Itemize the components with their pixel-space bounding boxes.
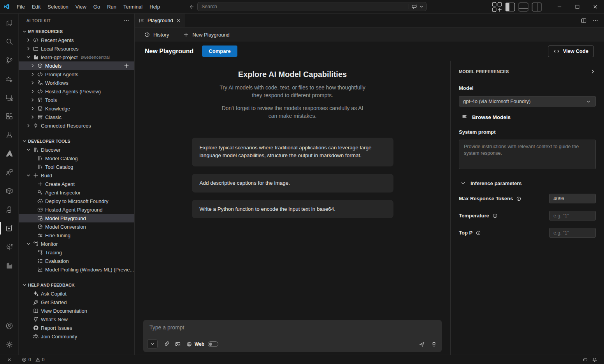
compare-button[interactable]: Compare [202, 46, 237, 57]
activity-files[interactable] [0, 14, 19, 32]
tree-item-deploy-to-microsoft-foundry[interactable]: Deploy to Microsoft Foundry [19, 197, 134, 205]
activity-gear-circuit[interactable] [0, 238, 19, 256]
history-button[interactable]: History [144, 32, 169, 38]
tree-item-tracing[interactable]: Tracing [19, 248, 134, 257]
tree-item-tools[interactable]: Tools [19, 96, 134, 104]
close-window-button[interactable] [586, 0, 604, 14]
web-toggle-switch[interactable] [208, 341, 218, 347]
tree-item-model-catalog[interactable]: Model Catalog [19, 154, 134, 163]
tree-item-agent-inspector[interactable]: Agent Inspector [19, 188, 134, 197]
activity-beaker[interactable] [0, 126, 19, 144]
tree-item-hosted-agent-playground[interactable]: Hosted Agent Playground [19, 205, 134, 214]
section-my-resources[interactable]: MY RESOURCES [19, 27, 134, 36]
add-model-icon[interactable] [123, 63, 130, 69]
notifications-bell[interactable] [590, 355, 599, 364]
toggle-panel-icon[interactable] [517, 0, 530, 14]
split-editor-icon[interactable] [581, 18, 587, 24]
suggestion-card-2[interactable]: Add descriptive captions for the image. [192, 174, 393, 192]
menu-view[interactable]: View [72, 2, 90, 12]
tree-item-ask-copilot[interactable]: Ask Copilot [19, 289, 134, 298]
clear-prompt-icon[interactable] [431, 341, 437, 347]
param-temperature-input[interactable]: e.g. "1" [549, 211, 596, 220]
editor-more-actions-icon[interactable] [592, 18, 599, 24]
copilot-chat-button[interactable] [411, 4, 424, 10]
tree-item-workflows[interactable]: Workflows [19, 79, 134, 87]
activity-extensions[interactable] [0, 107, 19, 126]
activity-python[interactable] [0, 200, 19, 219]
param-top-p-input[interactable]: e.g. "1" [549, 228, 596, 238]
close-tab-icon[interactable] [176, 18, 181, 23]
section-developer-tools[interactable]: DEVELOPER TOOLS [19, 137, 134, 145]
tree-item-create-agent[interactable]: Create Agent [19, 180, 134, 188]
activity-remote[interactable] [0, 88, 19, 107]
menu-terminal[interactable]: Terminal [120, 2, 146, 12]
tree-item-discover[interactable]: Discover [19, 145, 134, 154]
tree-item-monitor[interactable]: Monitor [19, 240, 134, 248]
tree-item-hosted-agents-preview[interactable]: Hosted Agents (Preview) [19, 87, 134, 96]
toggle-secondary-sidebar-icon[interactable] [530, 0, 543, 14]
copilot-status[interactable] [581, 355, 590, 364]
browse-models-button[interactable]: Browse Models [459, 114, 596, 120]
tree-item-model-conversion[interactable]: Model Conversion [19, 222, 134, 231]
tab-playground[interactable]: Playground [135, 14, 185, 27]
tree-item-build[interactable]: Build [19, 171, 134, 180]
activity-search[interactable] [0, 32, 19, 51]
attach-image-icon[interactable] [175, 341, 181, 347]
tree-item-fine-tuning[interactable]: Fine-tuning [19, 231, 134, 240]
tree-item-model-profiling-windows-ml-previe[interactable]: Model Profiling (Windows ML) (Previe... [19, 265, 134, 274]
menu-edit[interactable]: Edit [28, 2, 44, 12]
minimize-button[interactable] [550, 0, 568, 14]
param-max-response-tokens-input[interactable]: 4096 [549, 194, 596, 203]
tree-item-join-community[interactable]: Join Community [19, 332, 134, 341]
activity-account[interactable] [0, 317, 19, 335]
system-prompt-textarea[interactable]: Provide instructions with relevant conte… [459, 140, 596, 169]
activity-container[interactable] [0, 182, 19, 200]
tree-item-evaluation[interactable]: Evaluation [19, 257, 134, 265]
menu-selection[interactable]: Selection [44, 2, 72, 12]
tree-item-prompt-agents[interactable]: Prompt Agents [19, 70, 134, 79]
menu-file[interactable]: File [13, 2, 28, 12]
menu-go[interactable]: Go [90, 2, 104, 12]
problems-indicator[interactable]: 0 0 [19, 355, 46, 364]
tree-item-connected-resources[interactable]: Connected Resources [19, 121, 134, 130]
tree-item-recent-agents[interactable]: Recent Agents [19, 36, 134, 44]
tree-item-learn-gpt-project[interactable]: learn-gpt-projectswedencentral [19, 53, 134, 61]
attach-file-icon[interactable] [163, 341, 170, 347]
more-actions-icon[interactable] [123, 18, 130, 24]
prompt-box[interactable]: Type a prompt Web [143, 320, 442, 352]
model-select[interactable]: gpt-4o (via Microsoft Foundry) [459, 96, 596, 107]
activity-azure[interactable] [0, 144, 19, 163]
tree-item-model-playground[interactable]: Model Playground [19, 214, 134, 222]
new-playground-button[interactable]: New Playground [183, 32, 229, 38]
tree-item-view-documentation[interactable]: View Documentation [19, 306, 134, 315]
tree-item-tool-catalog[interactable]: Tool Catalog [19, 163, 134, 171]
section-help-and-feedback[interactable]: HELP AND FEEDBACK [19, 281, 134, 289]
toggle-primary-sidebar-icon[interactable] [504, 0, 517, 14]
suggestion-card-1[interactable]: Explore typical scenarios where traditio… [192, 138, 393, 166]
command-center-search[interactable]: Search [197, 2, 427, 11]
menu-help[interactable]: Help [146, 2, 163, 12]
send-prompt-icon[interactable] [419, 341, 425, 347]
activity-debug[interactable] [0, 70, 19, 88]
activity-ai-toolkit[interactable] [0, 219, 19, 238]
activity-foundry-flag[interactable] [0, 256, 19, 275]
view-code-button[interactable]: View Code [548, 46, 594, 57]
collapse-panel-icon[interactable] [590, 68, 596, 75]
suggestion-card-3[interactable]: Write a Python function to encode the in… [192, 200, 393, 219]
tree-item-what-s-new[interactable]: What's New [19, 315, 134, 324]
prompt-type-dropdown[interactable] [147, 340, 158, 348]
tree-item-models[interactable]: Models [19, 61, 134, 70]
activity-settings-gear[interactable] [0, 335, 19, 354]
menu-run[interactable]: Run [104, 2, 120, 12]
customize-layout-icon[interactable] [490, 0, 504, 14]
remote-indicator[interactable] [5, 355, 14, 364]
tree-item-get-started[interactable]: Get Started [19, 298, 134, 306]
tree-item-classic[interactable]: Classic [19, 113, 134, 121]
back-arrow-icon[interactable] [188, 4, 194, 10]
tree-item-report-issues[interactable]: Report Issues [19, 324, 134, 332]
chevron-down-icon[interactable] [460, 180, 466, 186]
prompt-input[interactable]: Type a prompt [143, 320, 442, 340]
tree-item-knowledge[interactable]: Knowledge [19, 104, 134, 113]
maximize-button[interactable] [568, 0, 586, 14]
tree-item-local-resources[interactable]: Local Resources [19, 44, 134, 53]
